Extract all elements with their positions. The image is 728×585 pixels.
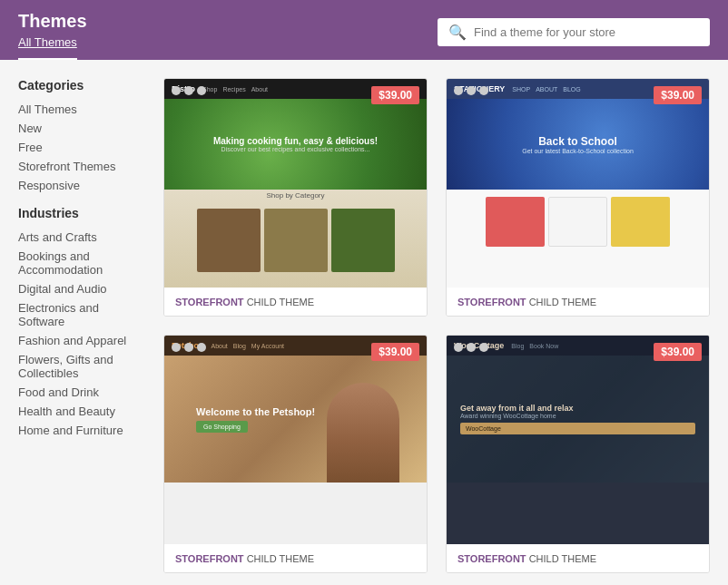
stationery-price: $39.00 bbox=[654, 86, 702, 104]
cottage-hero: Get away from it all and relax Award win… bbox=[447, 356, 709, 483]
petshop-hero: Welcome to the Petshop! Go Shopping bbox=[164, 356, 427, 483]
petshop-hero-title: Welcome to the Petshop! bbox=[178, 406, 413, 417]
sidebar-item-fashion-apparel[interactable]: Fashion and Apparel bbox=[18, 331, 145, 350]
theme-dots-petshop bbox=[172, 343, 206, 352]
cottage-hero-content: Get away from it all and relax Award win… bbox=[447, 390, 709, 448]
bistro-footer: STOREFRONT CHILD THEME bbox=[164, 288, 427, 316]
bistro-shop-label: Shop by Category bbox=[164, 190, 427, 201]
sidebar-item-new[interactable]: New bbox=[18, 119, 145, 138]
stationery-product-2 bbox=[548, 197, 607, 247]
sidebar-item-bookings[interactable]: Bookings and Accommodation bbox=[18, 247, 145, 279]
sidebar-item-free[interactable]: Free bbox=[18, 138, 145, 157]
cottage-hero-title: Get away from it all and relax bbox=[460, 404, 695, 413]
sidebar-item-electronics-software[interactable]: Electronics and Software bbox=[18, 298, 145, 331]
industries-title: Industries bbox=[18, 206, 145, 220]
stationery-footer: STOREFRONT CHILD THEME bbox=[447, 288, 709, 316]
cottage-badge: WooCottage bbox=[460, 423, 695, 434]
page-title: Themes bbox=[18, 11, 87, 32]
cottage-nav-link-2: Book Now bbox=[529, 343, 558, 349]
header-left: Themes All Themes bbox=[18, 11, 87, 60]
theme-card-petshop[interactable]: $39.00 Petshop About Blog My Account W bbox=[163, 335, 428, 573]
search-input[interactable] bbox=[474, 25, 699, 39]
bistro-hero-sub: Discover our best recipes and exclusive … bbox=[213, 146, 378, 152]
sidebar-item-all-themes[interactable]: All Themes bbox=[18, 100, 145, 119]
sidebar-item-home-furniture[interactable]: Home and Furniture bbox=[18, 421, 145, 440]
theme-card-cottage[interactable]: $39.00 Woo Cottage Blog Book Now Get awa… bbox=[446, 335, 710, 573]
petshop-btn: Go Shopping bbox=[196, 421, 248, 433]
bistro-nav-links: Shop Recipes About bbox=[202, 86, 268, 93]
bistro-products bbox=[164, 201, 427, 279]
cottage-preview: Woo Cottage Blog Book Now Get away from … bbox=[447, 336, 709, 544]
stationery-product-3 bbox=[611, 197, 670, 247]
sidebar-item-flowers-gifts[interactable]: Flowers, Gifts and Collectibles bbox=[18, 350, 145, 383]
petshop-nav-links: About Blog My Account bbox=[212, 343, 285, 349]
sidebar: Categories All Themes New Free Storefron… bbox=[18, 78, 145, 573]
stationery-dot-2 bbox=[467, 86, 476, 95]
petshop-price: $39.00 bbox=[371, 343, 419, 361]
bistro-product-2 bbox=[264, 209, 328, 272]
bistro-nav-link-2: Recipes bbox=[222, 86, 245, 93]
sidebar-item-food-drink[interactable]: Food and Drink bbox=[18, 383, 145, 402]
dot-3 bbox=[197, 86, 206, 95]
search-bar: 🔍 bbox=[438, 18, 710, 46]
theme-card-bistro[interactable]: $39.00 Bistro Shop Recipes About Making … bbox=[163, 78, 428, 317]
bistro-preview: Bistro Shop Recipes About Making cooking… bbox=[164, 79, 427, 288]
stationery-dot-1 bbox=[454, 86, 463, 95]
stationery-products bbox=[447, 190, 709, 254]
bistro-product-1 bbox=[197, 209, 261, 272]
cottage-footer: STOREFRONT CHILD THEME bbox=[447, 544, 709, 572]
cottage-dot-1 bbox=[454, 343, 463, 352]
categories-title: Categories bbox=[18, 78, 145, 93]
cottage-dot-2 bbox=[467, 343, 476, 352]
theme-card-top-petshop: $39.00 Petshop About Blog My Account W bbox=[164, 336, 427, 544]
bistro-hero-title: Making cooking fun, easy & delicious! bbox=[213, 136, 378, 146]
theme-card-top-cottage: $39.00 Woo Cottage Blog Book Now Get awa… bbox=[447, 336, 709, 544]
cottage-nav-link-1: Blog bbox=[511, 343, 524, 349]
sidebar-item-storefront-themes[interactable]: Storefront Themes bbox=[18, 157, 145, 176]
bistro-nav-link-3: About bbox=[251, 86, 268, 93]
theme-dots-cottage bbox=[454, 343, 488, 352]
theme-dots-stationery bbox=[454, 86, 488, 95]
sidebar-item-health-beauty[interactable]: Health and Beauty bbox=[18, 402, 145, 421]
sidebar-item-digital-audio[interactable]: Digital and Audio bbox=[18, 279, 145, 298]
petshop-dot-2 bbox=[184, 343, 193, 352]
cottage-price: $39.00 bbox=[654, 343, 702, 361]
stationery-nav-link-1: SHOP bbox=[512, 86, 530, 93]
petshop-nav-link-1: About bbox=[212, 343, 228, 349]
stationery-hero-sub: Get our latest Back-to-School collection bbox=[522, 148, 634, 154]
stationery-label: STOREFRONT CHILD THEME bbox=[457, 297, 596, 307]
cottage-label: STOREFRONT CHILD THEME bbox=[457, 553, 596, 564]
sidebar-item-arts-crafts[interactable]: Arts and Crafts bbox=[18, 228, 145, 247]
theme-card-stationery[interactable]: $39.00 STATIONERY SHOP ABOUT BLOG Back t… bbox=[446, 78, 710, 317]
petshop-hero-content: Welcome to the Petshop! Go Shopping bbox=[164, 393, 427, 446]
petshop-preview: Petshop About Blog My Account Welcome to… bbox=[164, 336, 427, 544]
petshop-label: STOREFRONT CHILD THEME bbox=[175, 553, 314, 564]
petshop-dot-1 bbox=[172, 343, 181, 352]
stationery-dot-3 bbox=[479, 86, 488, 95]
bistro-hero: Making cooking fun, easy & delicious! Di… bbox=[164, 99, 427, 190]
bistro-product-3 bbox=[331, 209, 395, 272]
main-content: Categories All Themes New Free Storefron… bbox=[0, 60, 728, 585]
stationery-product-1 bbox=[486, 197, 545, 247]
theme-card-top-bistro: $39.00 Bistro Shop Recipes About Making … bbox=[164, 79, 427, 288]
petshop-nav-link-3: My Account bbox=[251, 343, 284, 349]
stationery-hero: Back to School Get our latest Back-to-Sc… bbox=[447, 99, 709, 190]
dot-1 bbox=[172, 86, 181, 95]
themes-grid: $39.00 Bistro Shop Recipes About Making … bbox=[163, 78, 710, 573]
petshop-nav-link-2: Blog bbox=[233, 343, 246, 349]
petshop-footer: STOREFRONT CHILD THEME bbox=[164, 544, 427, 572]
stationery-hero-title: Back to School bbox=[522, 135, 634, 148]
bistro-label: STOREFRONT CHILD THEME bbox=[175, 297, 314, 307]
theme-card-top-stationery: $39.00 STATIONERY SHOP ABOUT BLOG Back t… bbox=[447, 79, 709, 288]
all-themes-link[interactable]: All Themes bbox=[18, 35, 77, 60]
sidebar-item-responsive[interactable]: Responsive bbox=[18, 176, 145, 195]
search-icon: 🔍 bbox=[448, 24, 467, 41]
petshop-dot-3 bbox=[197, 343, 206, 352]
cottage-nav-links: Blog Book Now bbox=[511, 343, 558, 349]
stationery-preview: STATIONERY SHOP ABOUT BLOG Back to Schoo… bbox=[447, 79, 709, 288]
cottage-dot-3 bbox=[479, 343, 488, 352]
cottage-hero-sub: Award winning WooCottage home bbox=[460, 413, 695, 419]
stationery-nav-link-2: ABOUT bbox=[536, 86, 557, 93]
theme-dots-bistro bbox=[172, 86, 206, 95]
header: Themes All Themes 🔍 bbox=[0, 0, 728, 60]
